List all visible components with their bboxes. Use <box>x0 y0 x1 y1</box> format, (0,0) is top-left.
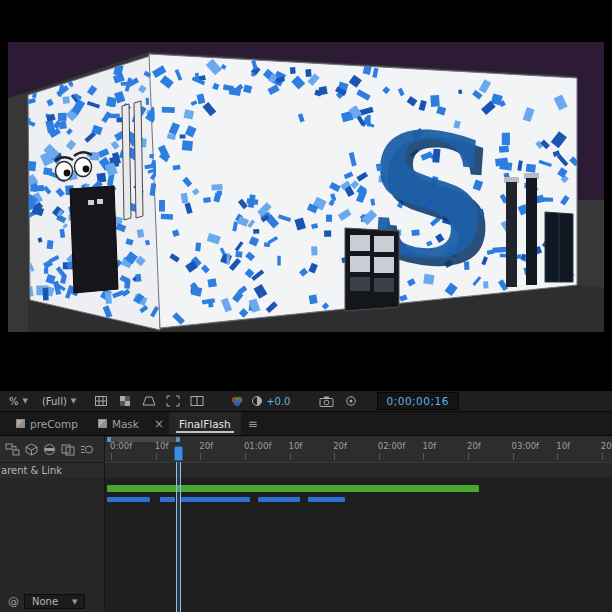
parent-none-select[interactable]: None ▼ <box>24 594 85 609</box>
tab-label: preComp <box>30 418 78 430</box>
timeline-panel: 0:00f10f20f01:00f10f20f02:00f10f20f03:00… <box>0 436 612 612</box>
ruler-tick: 20f <box>333 441 347 451</box>
timeline-toolbar <box>0 436 105 462</box>
composition-viewer-panel: S S <box>0 0 612 390</box>
tab-label: FinalFlash <box>179 418 231 430</box>
magnification-value: % <box>9 396 19 407</box>
tab-finalflash[interactable]: FinalFlash <box>169 412 241 435</box>
layer-segment-bar[interactable] <box>107 497 151 502</box>
ruler-tick: 01:00f <box>244 441 272 451</box>
chevron-down-icon: ▼ <box>23 397 28 405</box>
composition-icon <box>16 419 25 428</box>
timeline-column-headers: arent & Link <box>0 462 612 478</box>
exposure-value: +0.0 <box>266 396 290 407</box>
timeline-tracks: @ None ▼ <box>0 478 612 612</box>
playhead-handle[interactable] <box>174 446 183 461</box>
panel-menu-icon[interactable]: ≡ <box>241 412 265 435</box>
left-wall-door <box>70 186 118 293</box>
resolution-select[interactable]: (Full) ▼ <box>37 394 81 409</box>
front-door <box>345 228 399 311</box>
show-channel-icon[interactable] <box>227 393 247 409</box>
timeline-tab-bar: preComp Mask × FinalFlash ≡ <box>0 412 612 436</box>
ruler-tick: 03:00f <box>512 441 540 451</box>
tab-label: Mask <box>112 418 139 430</box>
draft-3d-icon[interactable] <box>25 443 38 456</box>
resolution-value: (Full) <box>42 396 67 407</box>
ruler-tick: 10f <box>556 441 570 451</box>
layer-segment-bar[interactable] <box>258 497 300 502</box>
magnification-select[interactable]: % ▼ <box>4 394 33 409</box>
track-area[interactable] <box>105 478 612 612</box>
column-header-spacer <box>105 462 612 478</box>
ruler-tick: 02:00f <box>378 441 406 451</box>
left-wall-window <box>122 104 131 220</box>
view-layout-icon[interactable] <box>187 393 207 409</box>
region-of-interest-icon[interactable] <box>163 393 183 409</box>
layer-segment-bar[interactable] <box>180 497 250 502</box>
show-snapshot-icon[interactable] <box>341 393 361 409</box>
chevron-down-icon: ▼ <box>71 397 76 405</box>
right-door <box>545 212 573 282</box>
timeline-header: 0:00f10f20f01:00f10f20f02:00f10f20f03:00… <box>0 436 612 462</box>
timecode-display[interactable]: 0;00;00;16 <box>377 392 459 410</box>
ruler-tick: 20f <box>199 441 213 451</box>
transparency-grid-icon[interactable] <box>115 393 135 409</box>
ruler-tick: 10f <box>155 441 169 451</box>
adjust-exposure-control[interactable]: +0.0 <box>251 395 290 407</box>
snapshot-camera-icon[interactable] <box>317 393 337 409</box>
layer-segment-bar[interactable] <box>160 497 175 502</box>
tab-precomp[interactable]: preComp <box>6 412 88 435</box>
grid-options-icon[interactable] <box>91 393 111 409</box>
hide-shy-layers-icon[interactable] <box>43 443 56 456</box>
parent-none-value: None <box>32 596 58 607</box>
viewer-toolbar: % ▼ (Full) ▼ +0.0 <box>0 390 612 412</box>
tab-mask[interactable]: Mask <box>88 412 149 435</box>
ruler-tick: 10f <box>289 441 303 451</box>
mask-visibility-icon[interactable] <box>139 393 159 409</box>
layer-list-panel: @ None ▼ <box>0 478 105 612</box>
parent-link-cell: @ None ▼ <box>8 594 85 609</box>
composition-canvas: S S <box>8 42 604 332</box>
ruler-tick: 20f <box>467 441 481 451</box>
comp-mini-flowchart-icon[interactable] <box>5 443 20 456</box>
motion-blur-icon[interactable] <box>80 443 94 456</box>
chevron-down-icon: ▼ <box>72 598 77 606</box>
ruler-tick: 20f <box>601 441 612 451</box>
composition-icon <box>98 419 107 428</box>
parent-link-label: arent & Link <box>1 465 62 476</box>
ruler-tick: 10f <box>422 441 436 451</box>
pick-whip-icon[interactable]: @ <box>8 595 19 608</box>
layer-segment-bar[interactable] <box>308 497 345 502</box>
layer-duration-bar[interactable] <box>107 485 480 492</box>
frame-blending-icon[interactable] <box>61 443 75 456</box>
parent-link-column-header[interactable]: arent & Link <box>0 462 105 478</box>
tab-close-button[interactable]: × <box>149 412 169 435</box>
after-effects-window: S S <box>0 0 612 612</box>
exposure-icon <box>251 395 263 407</box>
playhead-line <box>176 462 181 612</box>
left-wall-window <box>134 101 143 218</box>
ruler-tick: 0:00f <box>110 441 132 451</box>
